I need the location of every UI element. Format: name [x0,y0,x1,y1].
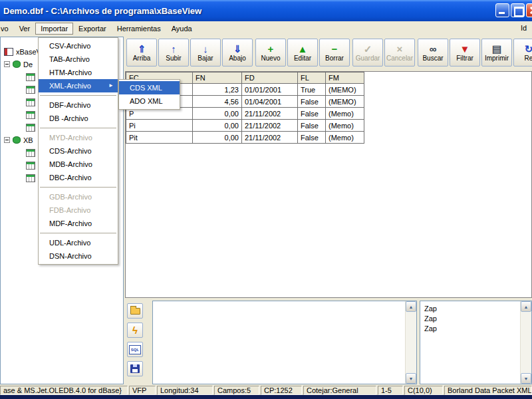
scroll-up-button[interactable]: ▲ [406,301,416,312]
folder-icon [130,308,140,315]
table-icon [26,86,35,94]
grid-cell[interactable]: 1,23 [193,84,242,96]
status-fields: Campos:5 [214,386,259,395]
minimize-button[interactable] [495,3,509,17]
filter-icon: ▼ [460,44,470,54]
menu-separator [40,128,116,128]
menu-item-dbf[interactable]: DBF-Archivo [39,98,118,112]
toolbar-button-subir[interactable]: ↑ Subir [158,39,189,66]
collapse-expander-icon[interactable] [4,137,10,143]
menu-importar[interactable]: Importar [35,23,73,35]
menu-item-cds[interactable]: CDS-Archivo [39,144,118,158]
grid-cell[interactable]: Pi [126,120,193,132]
save-file-button[interactable] [127,361,143,376]
grid-cell[interactable]: (Memo) [326,108,364,120]
first-record-icon: ⇑ [138,44,146,54]
collapse-expander-icon[interactable] [4,61,10,67]
grid-cell[interactable]: 0,00 [193,120,242,132]
submenu-item-ado-xml[interactable]: ADO XML [119,94,180,108]
menu-item-csv[interactable]: CSV-Archivo [39,39,118,53]
execute-button[interactable]: ϟ [127,323,143,338]
toolbar-button-buscar[interactable]: ∞ Buscar [418,39,448,66]
menu-item-dbc[interactable]: DBC-Archivo [39,171,118,184]
grid-cell[interactable]: 01/01/2001 [242,84,298,96]
menu-item-mdf[interactable]: MDF-Archivo [39,217,118,230]
scroll-down-button[interactable]: ▼ [521,373,531,384]
toolbar-button-label: Re [525,55,532,62]
toolbar-button-editar[interactable]: ▲ Editar [287,39,318,66]
grid-cell[interactable]: 21/11/2002 [242,132,298,144]
commit-group: ✓ Guardar × Cancelar [352,39,415,66]
column-header-fd[interactable]: FD [242,72,298,84]
grid-cell[interactable]: (MEMO) [326,96,364,108]
grid-cell[interactable]: True [298,84,326,96]
grid-cell[interactable]: False [298,108,326,120]
menu-item-db[interactable]: DB -Archivo [39,112,118,125]
column-header-fn[interactable]: FN [193,72,242,84]
scroll-down-button[interactable]: ▼ [406,373,416,384]
grid-cell[interactable]: 0,00 [193,132,242,144]
status-codepage: CP:1252 [261,386,302,395]
lightning-icon: ϟ [132,326,138,335]
memo-content-panel[interactable]: Zap Zap Zap ▲ ▼ [420,301,532,384]
menu-archivo[interactable]: vo [0,23,14,35]
menu-ver[interactable]: Ver [14,23,36,35]
column-header-fl[interactable]: FL [298,72,326,84]
toolbar-button-label: Guardar [356,55,380,62]
menu-herramientas[interactable]: Herramientas [112,23,166,35]
menu-item-tab[interactable]: TAB-Archivo [39,53,118,66]
scroll-up-button[interactable]: ▲ [521,301,531,312]
menu-idioma[interactable]: Id [521,24,532,32]
zap-vertical-scrollbar[interactable]: ▲ ▼ [520,301,531,384]
grid-cell[interactable]: (Memo) [326,120,364,132]
column-header-fm[interactable]: FM [326,72,364,84]
down-icon: ↓ [203,44,208,54]
menu-ayuda[interactable]: Ayuda [166,23,198,35]
toolbar-button-arriba[interactable]: ⇑ Arriba [126,39,157,66]
grid-cell[interactable]: 4,56 [193,96,242,108]
toolbar-button-refrescar[interactable]: ↻ Re [513,39,532,66]
grid-cell[interactable]: False [298,96,326,108]
menu-item-xml[interactable]: XML-Archivo ► [39,79,118,92]
memo-vertical-scrollbar[interactable]: ▲ ▼ [405,301,416,384]
menu-item-htm[interactable]: HTM-Archivo [39,66,118,79]
grid-cell[interactable]: Pit [126,132,193,144]
memo-line: Zap [424,314,527,324]
tools-group: ∞ Buscar ▼ Filtrar ▤ Imprimir ↻ Re [418,39,532,66]
toolbar-button-label: Editar [294,55,311,62]
title-bar[interactable]: Demo.dbf - C:\Archivos de programa\xBase… [0,0,532,21]
close-button[interactable] [526,3,532,17]
menu-item-dsn[interactable]: DSN-Archivo [39,249,118,263]
toolbar-button-imprimir[interactable]: ▤ Imprimir [481,39,512,66]
toolbar-button-bajar[interactable]: ↓ Bajar [190,39,221,66]
table-icon [26,149,35,157]
open-file-button[interactable] [127,303,143,319]
grid-cell[interactable]: 0,00 [193,108,242,120]
window-controls [495,3,532,17]
grid-cell[interactable]: False [298,120,326,132]
sql-button[interactable]: SQL [127,342,143,357]
menu-item-mdb[interactable]: MDB-Archivo [39,158,118,171]
grid-cell[interactable]: 01/04/2001 [242,96,298,108]
menu-item-fdb: FDB-Archivo [39,203,118,217]
grid-cell[interactable]: False [298,132,326,144]
maximize-button[interactable] [511,3,525,17]
grid-cell[interactable]: (MEMO) [326,84,364,96]
toolbar-button-nuevo[interactable]: + Nuevo [255,39,286,66]
memo-editor-panel[interactable]: ▲ ▼ [152,301,417,384]
toolbar-button-borrar[interactable]: − Borrar [319,39,350,66]
grid-cell[interactable]: (Memo) [326,132,364,144]
grid-cell[interactable]: 21/11/2002 [242,120,298,132]
menu-separator [40,233,116,233]
grid-cell[interactable]: 21/11/2002 [242,108,298,120]
submenu-item-cds-xml[interactable]: CDS XML [119,81,180,94]
grid-client-area: FC FN FD FL FM 1,23 01/01/2001 True (MEM… [125,71,532,298]
tree-label: XB [23,136,33,144]
toolbar-button-filtrar[interactable]: ▼ Filtrar [450,39,480,66]
menu-exportar[interactable]: Exportar [73,23,112,35]
menu-item-udl[interactable]: UDL-Archivo [39,236,118,249]
toolbar-button-abajo[interactable]: ⇓ Abajo [222,39,253,66]
toolbar-button-label: Imprimir [485,55,509,62]
database-icon [13,136,21,144]
scroll-up-icon: ▲ [524,305,529,309]
